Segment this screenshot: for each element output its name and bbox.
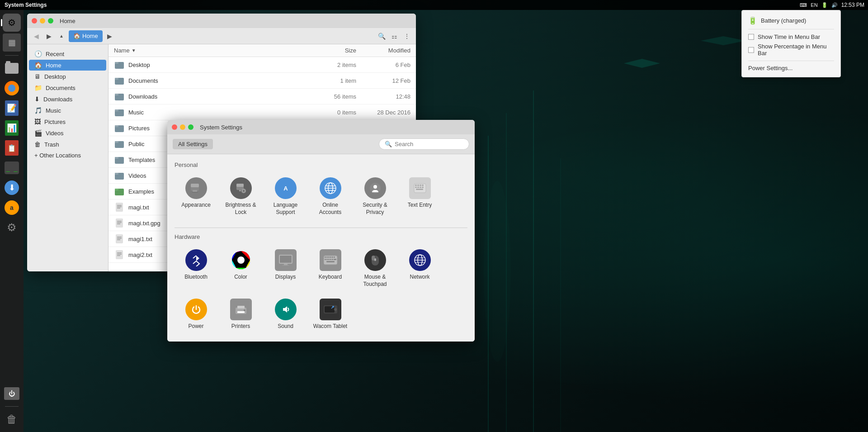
sound-icon [275,299,297,320]
fm-close-button[interactable] [32,18,37,24]
svg-rect-22 [115,189,118,190]
volume-menubar-icon[interactable]: 🔊 [831,2,838,8]
fm-view-button[interactable]: ⚏ [389,31,400,42]
sidebar-item-home[interactable]: 🏠 Home [29,60,106,71]
dock-files[interactable] [3,59,21,77]
settings-item-brightness[interactable]: Brightness & Lock [219,173,262,220]
file-row-documents[interactable]: Documents 1 item 12 Feb [108,73,416,89]
dock-firefox[interactable] [3,79,21,97]
ss-minimize-button[interactable] [180,124,185,130]
dock-power[interactable]: ⏻ [3,385,21,403]
input-method-icon[interactable]: EN [811,2,817,8]
settings-item-color[interactable]: Color [219,245,262,292]
sidebar-item-downloads[interactable]: ⬇ Downloads [29,94,106,104]
fm-forward-button[interactable]: ▶ [43,31,54,42]
settings-item-online-accounts[interactable]: Online Accounts [309,173,352,220]
settings-item-bluetooth[interactable]: Bluetooth [175,245,217,292]
sound-label: Sound [278,323,293,330]
fm-minimize-button[interactable] [40,18,45,24]
column-modified[interactable]: Modified [356,47,410,54]
settings-item-wacom[interactable]: Wacom Tablet [309,294,352,335]
file-modified-desktop: 6 Feb [356,62,410,68]
settings-item-language[interactable]: A Language Support [264,173,307,220]
file-row-music[interactable]: Music 0 items 28 Dec 2016 [108,104,416,120]
all-settings-button[interactable]: All Settings [173,139,213,149]
sidebar-item-documents[interactable]: 📁 Documents [29,82,106,93]
dock-trash[interactable]: 🗑 [3,410,21,428]
column-name[interactable]: Name ▼ [114,47,311,54]
show-percentage-row[interactable]: Show Percentage in Menu Bar [748,42,834,58]
sidebar-item-pictures[interactable]: 🖼 Pictures [29,116,106,127]
sidebar-item-recent[interactable]: 🕐 Recent [29,48,106,59]
printers-icon [230,299,252,320]
settings-item-displays[interactable]: Displays [264,245,307,292]
svg-rect-76 [328,256,330,258]
dock-presentation[interactable]: 📋 [3,139,21,157]
fm-maximize-button[interactable] [48,18,53,24]
show-time-checkbox[interactable] [748,34,754,40]
system-settings-title: System Settings [200,124,242,131]
menubar-title: System Settings [0,2,51,8]
svg-rect-41 [193,190,197,192]
fm-next-location-button[interactable]: ▶ [104,31,115,42]
fm-search-button[interactable]: 🔍 [376,31,387,42]
svg-rect-66 [416,189,423,190]
battery-menubar-icon[interactable]: 🔋 [821,2,828,8]
dock-amazon[interactable]: a [3,199,21,217]
home-icon: 🏠 [34,62,42,69]
dock-workspace[interactable]: ▦ [3,33,21,52]
column-size[interactable]: Size [311,47,356,54]
fm-location-bar[interactable]: 🏠 Home [69,30,103,42]
settings-item-power[interactable]: Power [175,294,217,335]
dock-spreadsheet[interactable]: 📊 [3,119,21,137]
show-percentage-checkbox[interactable] [748,47,754,53]
dock-terminal[interactable]: _ _ [3,159,21,177]
sidebar-item-other-locations[interactable]: + Other Locations [29,150,106,161]
file-name-downloads: Downloads [128,93,311,100]
svg-rect-8 [115,78,118,80]
keyboard-menubar-icon[interactable]: ⌨ [800,2,807,8]
hardware-divider [175,228,467,228]
bluetooth-icon [185,249,207,271]
settings-item-network[interactable]: Network [398,245,441,292]
settings-item-appearance[interactable]: Appearance [175,173,217,220]
svg-rect-64 [420,187,421,188]
file-row-downloads[interactable]: Downloads 56 items 12:48 [108,89,416,104]
ss-maximize-button[interactable] [188,124,193,130]
settings-item-mouse[interactable]: Mouse & Touchpad [354,245,396,292]
sidebar-item-trash[interactable]: 🗑 Trash [29,139,106,150]
folder-icon-examples [114,186,125,197]
keyboard-icon [320,249,341,271]
settings-item-keyboard[interactable]: Keyboard [309,245,352,292]
dock-settings[interactable]: ⚙ [3,218,21,237]
sidebar-item-music[interactable]: 🎵 Music [29,105,106,116]
settings-item-sound[interactable]: Sound [264,294,307,335]
sidebar-item-desktop[interactable]: 🖥 Desktop [29,71,106,82]
settings-item-text-entry[interactable]: Text Entry [398,173,441,220]
sidebar-label-documents: Documents [46,85,75,91]
fm-back-button[interactable]: ◀ [31,31,42,42]
folder-icon-pictures [114,123,125,133]
power-settings-link[interactable]: Power Settings... [748,64,834,72]
dock-download-manager[interactable]: ⬇ [3,179,21,197]
search-input[interactable] [395,141,467,147]
fm-up-button[interactable]: ▲ [56,31,67,42]
show-time-row[interactable]: Show Time in Menu Bar [748,32,834,42]
ss-close-button[interactable] [172,124,177,130]
dock-system-settings[interactable]: ⚙ [3,14,21,32]
wacom-icon [320,299,341,320]
file-row-desktop[interactable]: Desktop 2 items 6 Feb [108,57,416,73]
fm-menu-button[interactable]: ⋮ [401,31,412,42]
svg-rect-101 [244,309,245,311]
online-accounts-icon [320,177,341,199]
settings-item-security[interactable]: Security & Privacy [354,173,396,220]
sidebar-item-videos[interactable]: 🎬 Videos [29,128,106,138]
dock-text-editor[interactable]: 📝 [3,99,21,117]
ss-search-box[interactable]: 🔍 [379,138,469,150]
file-size-documents: 1 item [311,77,356,84]
file-manager-sidebar: 🕐 Recent 🏠 Home 🖥 Desktop 📁 Documents ⬇ [27,44,108,271]
color-icon [230,249,252,271]
folder-icon-music [114,107,125,118]
settings-item-printers[interactable]: Printers [219,294,262,335]
sidebar-label-recent: Recent [46,51,64,57]
